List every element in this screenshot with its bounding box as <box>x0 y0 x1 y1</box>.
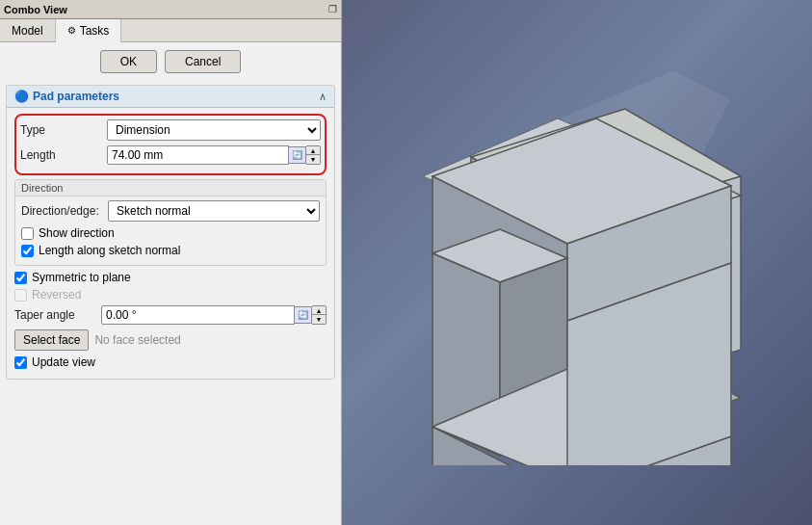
section-body: Type Dimension To last To first Up to fa… <box>7 108 334 379</box>
tab-tasks[interactable]: ⚙ Tasks <box>56 19 122 42</box>
title-bar: Combo View ❐ <box>0 0 341 19</box>
ok-button[interactable]: OK <box>100 50 157 73</box>
restore-button[interactable]: ❐ <box>328 4 337 14</box>
length-input-group: 🔄 ▲ ▼ <box>107 145 321 165</box>
update-view-checkbox[interactable] <box>14 356 27 369</box>
type-dropdown[interactable]: Dimension To last To first Up to face Tw… <box>107 119 321 141</box>
taper-control: 🔄 ▲ ▼ <box>101 305 327 325</box>
tasks-tab-label: Tasks <box>80 24 110 38</box>
length-row: Length 🔄 ▲ ▼ <box>20 145 321 165</box>
viewport-3d <box>342 0 812 525</box>
length-cycle-icon[interactable]: 🔄 <box>289 146 306 164</box>
length-along-sketch-label: Length along sketch normal <box>39 244 180 257</box>
symmetric-checkbox[interactable] <box>14 272 27 284</box>
action-buttons: OK Cancel <box>0 42 341 81</box>
direction-group-title: Direction <box>15 180 326 197</box>
symmetric-label: Symmetric to plane <box>32 271 131 284</box>
section-title-text: Pad parameters <box>33 90 119 103</box>
show-direction-label: Show direction <box>39 226 115 240</box>
symmetric-row: Symmetric to plane <box>14 271 327 284</box>
update-view-label: Update view <box>32 355 95 369</box>
length-control: 🔄 ▲ ▼ <box>107 145 321 165</box>
length-input[interactable] <box>107 145 289 165</box>
direction-group: Direction Direction/edge: Sketch normal … <box>14 179 327 266</box>
show-direction-row: Show direction <box>21 226 320 240</box>
left-panel: Combo View ❐ Model ⚙ Tasks OK Cancel 🔵 P… <box>0 0 342 525</box>
length-spinner-down[interactable]: ▼ <box>306 155 320 164</box>
length-along-sketch-row: Length along sketch normal <box>21 244 320 257</box>
type-row: Type Dimension To last To first Up to fa… <box>20 119 321 141</box>
type-label: Type <box>20 123 107 137</box>
section-collapse-button[interactable]: ∧ <box>319 91 327 103</box>
taper-input[interactable] <box>101 305 295 325</box>
direction-edge-row: Direction/edge: Sketch normal X Y Z <box>21 200 320 222</box>
taper-spinner-down[interactable]: ▼ <box>312 315 326 324</box>
taper-label: Taper angle <box>14 308 101 322</box>
show-direction-checkbox[interactable] <box>21 227 34 240</box>
section-title: 🔵 Pad parameters <box>14 90 119 103</box>
3d-model-svg <box>375 61 779 465</box>
taper-spinner: ▲ ▼ <box>312 305 327 325</box>
direction-edge-label: Direction/edge: <box>21 204 108 218</box>
update-view-row: Update view <box>14 355 327 369</box>
taper-cycle-icon[interactable]: 🔄 <box>295 306 312 324</box>
window-title: Combo View <box>4 4 67 15</box>
select-face-button[interactable]: Select face <box>14 329 89 351</box>
length-spinner: ▲ ▼ <box>306 145 321 165</box>
length-spinner-up[interactable]: ▲ <box>306 146 320 155</box>
length-along-sketch-checkbox[interactable] <box>21 245 34 257</box>
face-status: No face selected <box>94 333 180 347</box>
taper-input-group: 🔄 ▲ ▼ <box>101 305 327 325</box>
select-face-row: Select face No face selected <box>14 329 327 351</box>
pad-parameters-section: 🔵 Pad parameters ∧ Type Dimension To las… <box>6 85 335 380</box>
taper-row: Taper angle 🔄 ▲ ▼ <box>14 305 327 325</box>
reversed-checkbox <box>14 289 27 302</box>
reversed-row: Reversed <box>14 288 327 302</box>
reversed-label: Reversed <box>32 288 81 302</box>
direction-group-body: Direction/edge: Sketch normal X Y Z <box>15 197 326 265</box>
type-control: Dimension To last To first Up to face Tw… <box>107 119 321 141</box>
highlight-box: Type Dimension To last To first Up to fa… <box>14 114 327 175</box>
section-header: 🔵 Pad parameters ∧ <box>7 86 334 108</box>
model-tab-label: Model <box>12 24 43 38</box>
tasks-tab-icon: ⚙ <box>67 25 76 36</box>
viewport-panel <box>342 0 812 525</box>
direction-edge-control: Sketch normal X Y Z <box>108 200 320 222</box>
taper-spinner-up[interactable]: ▲ <box>312 306 326 315</box>
length-label: Length <box>20 148 107 162</box>
direction-edge-dropdown[interactable]: Sketch normal X Y Z <box>108 200 320 222</box>
tab-model[interactable]: Model <box>0 19 56 41</box>
tabs-bar: Model ⚙ Tasks <box>0 19 341 42</box>
section-icon: 🔵 <box>14 90 29 103</box>
cancel-button[interactable]: Cancel <box>165 50 241 73</box>
